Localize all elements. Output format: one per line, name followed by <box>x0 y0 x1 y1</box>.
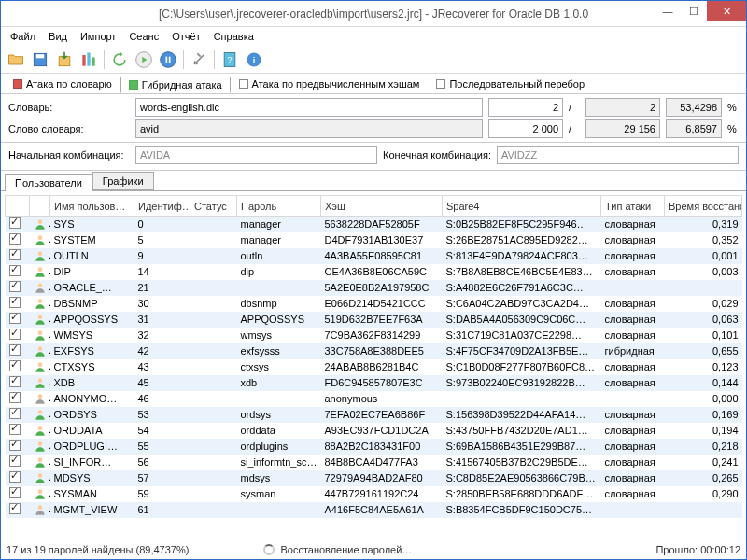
cell-pass: APPQOSSYS <box>237 312 321 328</box>
row-checkbox[interactable] <box>9 471 21 483</box>
table-row[interactable]: ANONYMO…46anonymous0,000 <box>6 391 742 407</box>
table-row[interactable]: EXFSYS42exfsysss33C758A8E388DEE5S:4F75CF… <box>6 343 742 359</box>
svg-point-25 <box>37 394 42 399</box>
table-row[interactable]: ORDSYS53ordsys7EFA02EC7EA6B86FS:156398D3… <box>6 407 742 423</box>
row-checkbox[interactable] <box>9 249 21 260</box>
row-checkbox[interactable] <box>9 392 21 403</box>
col-icon[interactable] <box>30 196 50 217</box>
table-row[interactable]: DIP14dipCE4A36B8E06CA59CS:7B8A8EB8CE46BC… <box>6 264 742 280</box>
cell-hash: anonymous <box>321 391 443 407</box>
refresh-icon[interactable] <box>108 49 131 71</box>
menu-file[interactable]: Файл <box>5 29 41 44</box>
col-pass[interactable]: Пароль <box>237 196 321 217</box>
row-checkbox[interactable] <box>9 424 21 435</box>
row-checkbox[interactable] <box>9 281 21 292</box>
tab-precomputed[interactable]: Атака по предвычисленным хэшам <box>231 76 429 92</box>
info-icon[interactable]: i <box>243 49 265 71</box>
end-comb-input[interactable] <box>497 146 739 164</box>
user-icon <box>34 392 47 405</box>
cell-attack: гибридная <box>601 343 665 359</box>
row-checkbox[interactable] <box>9 233 21 245</box>
cell-hash: 7EFA02EC7EA6B86F <box>321 407 443 423</box>
table-row[interactable]: SYSTEM5managerD4DF7931AB130E37S:26BE2875… <box>6 232 742 248</box>
col-spare4[interactable]: Spare4 <box>443 196 601 217</box>
cell-attack: словарная <box>601 217 665 232</box>
row-checkbox[interactable] <box>9 360 21 371</box>
table-row[interactable]: XDB45xdbFD6C945857807E3CS:973B02240EC931… <box>6 375 742 391</box>
table-row[interactable]: MDSYS57mdsys72979A94BAD2AF80S:C8D85E2AE9… <box>6 470 742 486</box>
table-row[interactable]: SI_INFOR…56si_informtn_sc…84B8BCA4D477FA… <box>6 455 742 470</box>
tab-dictionary[interactable]: Атака по словарю <box>5 76 120 92</box>
play-icon[interactable] <box>133 49 155 71</box>
row-checkbox[interactable] <box>9 503 21 514</box>
row-checkbox[interactable] <box>9 313 21 324</box>
svg-rect-1 <box>36 54 44 58</box>
table-row[interactable]: SYS0manager5638228DAF52805FS:0B25B82EF8F… <box>6 217 742 232</box>
row-checkbox[interactable] <box>9 455 21 467</box>
tab-charts[interactable]: Графики <box>92 172 154 190</box>
table-row[interactable]: MGMT_VIEW61A416F5C84AE5A61AS:B8354FCB5DF… <box>6 502 742 518</box>
minimize-button[interactable]: — <box>655 1 681 21</box>
cell-status <box>190 470 237 486</box>
tab-bruteforce[interactable]: Последовательный перебор <box>428 76 593 92</box>
cell-time: 0,218 <box>665 439 742 455</box>
menu-import[interactable]: Импорт <box>75 29 121 44</box>
cell-attack: словарная <box>601 232 665 248</box>
col-hash[interactable]: Хэш <box>321 196 443 217</box>
menu-session[interactable]: Сеанс <box>123 29 164 44</box>
user-icon <box>34 376 47 389</box>
cell-status <box>190 312 237 328</box>
row-checkbox[interactable] <box>9 217 21 229</box>
cell-spare4: S:41567405B37B2C29B5DE… <box>443 455 601 470</box>
cell-pass: orddata <box>237 423 321 439</box>
table-row[interactable]: ORDDATA54orddataA93EC937FCD1DC2AS:43750F… <box>6 423 742 439</box>
user-icon <box>34 313 47 326</box>
start-comb-input[interactable] <box>135 146 377 164</box>
import-icon[interactable] <box>53 49 76 71</box>
row-checkbox[interactable] <box>9 487 21 498</box>
users-grid[interactable]: Имя пользов… Идентиф… Статус Пароль Хэш … <box>1 191 746 539</box>
table-row[interactable]: CTXSYS43ctxsys24ABAB8B6281B4CS:C1B0D08F2… <box>6 359 742 375</box>
word-cur[interactable] <box>488 119 563 138</box>
col-status[interactable]: Статус <box>190 196 237 217</box>
row-checkbox[interactable] <box>9 440 21 451</box>
col-time[interactable]: Время восстанов… <box>665 196 742 217</box>
user-icon <box>34 503 47 516</box>
row-checkbox[interactable] <box>9 376 21 387</box>
row-checkbox[interactable] <box>9 329 21 340</box>
table-row[interactable]: SYSMAN59sysman447B729161192C24S:2850BEB5… <box>6 486 742 502</box>
word-total <box>585 119 660 138</box>
table-row[interactable]: DBSNMP30dbsnmpE066D214D5421CCCS:C6A04C2A… <box>6 296 742 312</box>
menu-help[interactable]: Справка <box>208 29 260 44</box>
col-user[interactable]: Имя пользов… <box>50 196 134 217</box>
cell-pass: mdsys <box>237 470 321 486</box>
row-checkbox[interactable] <box>9 297 21 308</box>
col-attack[interactable]: Тип атаки <box>601 196 665 217</box>
row-checkbox[interactable] <box>9 344 21 356</box>
menu-report[interactable]: Отчёт <box>166 29 205 44</box>
save-icon[interactable] <box>29 49 51 71</box>
help-icon[interactable]: ? <box>218 49 241 71</box>
tab-users[interactable]: Пользователи <box>5 174 92 191</box>
table-row[interactable]: APPQOSSYS31APPQOSSYS519D632B7EE7F63AS:DA… <box>6 312 742 328</box>
col-id[interactable]: Идентиф… <box>134 196 190 217</box>
tab-hybrid[interactable]: Гибридная атака <box>120 77 231 93</box>
table-row[interactable]: ORDPLUGI…55ordplugins88A2B2C183431F00S:6… <box>6 439 742 455</box>
user-icon <box>34 487 47 500</box>
table-row[interactable]: OUTLN9outln4A3BA55E08595C81S:813F4E9DA79… <box>6 248 742 264</box>
row-checkbox[interactable] <box>9 265 21 276</box>
pause-icon[interactable] <box>157 49 179 71</box>
dict-cur[interactable] <box>488 98 563 117</box>
table-row[interactable]: WMSYS32wmsys7C9BA362F8314299S:31C719C81A… <box>6 328 742 343</box>
row-checkbox[interactable] <box>9 408 21 419</box>
close-button[interactable]: ✕ <box>707 1 746 21</box>
dict-input[interactable] <box>135 98 483 117</box>
cell-time: 0,169 <box>665 407 742 423</box>
col-check[interactable] <box>6 196 30 217</box>
menu-view[interactable]: Вид <box>43 29 73 44</box>
table-row[interactable]: ORACLE_…215A2E0E8B2A197958CS:A4882E6C26F… <box>6 280 742 296</box>
open-icon[interactable] <box>5 49 27 71</box>
maximize-button[interactable]: ☐ <box>681 1 707 21</box>
reports-icon[interactable] <box>78 49 100 71</box>
settings-icon[interactable] <box>188 49 210 71</box>
